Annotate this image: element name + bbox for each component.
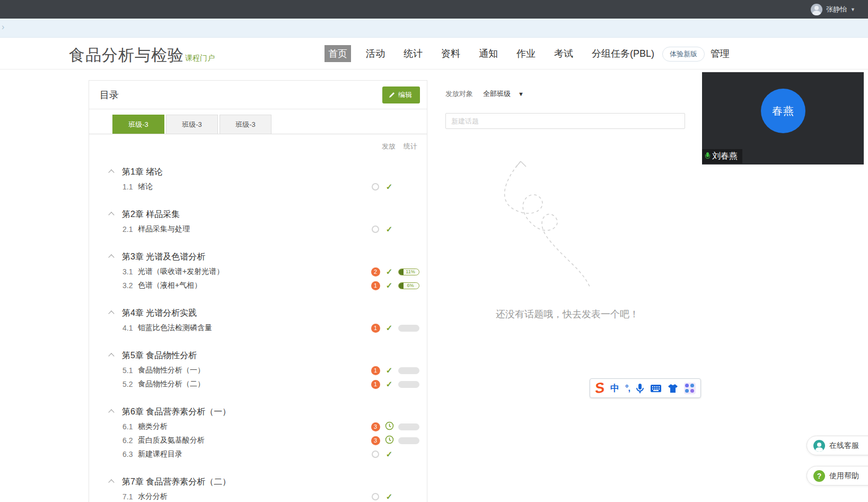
unpublished-count-badge[interactable]: 3 bbox=[371, 436, 380, 445]
collapse-caret-icon[interactable] bbox=[108, 212, 114, 218]
nav-item[interactable]: 考试 bbox=[550, 45, 577, 62]
section-row: 6.1糖类分析3 bbox=[89, 420, 427, 434]
chapter-row[interactable]: 第4章 光谱分析实践 bbox=[89, 305, 427, 321]
catalog-header: 目录 编辑 bbox=[89, 81, 427, 109]
section-title[interactable]: 色谱（液相+气相） bbox=[138, 281, 201, 290]
publish-slot: 1 bbox=[371, 366, 380, 375]
keyboard-icon[interactable] bbox=[650, 384, 662, 393]
publish-slot bbox=[371, 451, 380, 458]
collapse-caret-icon[interactable] bbox=[108, 254, 114, 260]
section-number: 4.1 bbox=[122, 324, 133, 332]
nav-item[interactable]: 活动 bbox=[362, 45, 389, 62]
class-tab[interactable]: 班级-3 bbox=[112, 115, 164, 134]
collapse-caret-icon[interactable] bbox=[108, 169, 114, 175]
section-number: 3.1 bbox=[122, 267, 133, 276]
nav-item[interactable]: 统计 bbox=[400, 45, 426, 62]
sogou-logo-icon[interactable]: S bbox=[594, 380, 606, 396]
check-icon[interactable]: ✓ bbox=[386, 449, 393, 459]
publish-circle-icon[interactable] bbox=[372, 226, 379, 233]
section-title[interactable]: 糖类分析 bbox=[138, 422, 168, 431]
skin-icon[interactable] bbox=[668, 384, 678, 393]
class-filter-value[interactable]: 全部班级 bbox=[483, 89, 511, 99]
customer-service-button[interactable]: 在线客服 bbox=[806, 436, 868, 455]
clock-icon[interactable] bbox=[385, 435, 394, 446]
unpublished-count-badge[interactable]: 1 bbox=[371, 366, 380, 375]
section-title[interactable]: 新建课程目录 bbox=[138, 449, 182, 459]
user-menu[interactable]: 张静怡 ▼ bbox=[811, 4, 855, 15]
chinese-mode-icon[interactable]: 中 bbox=[610, 382, 619, 394]
check-icon[interactable]: ✓ bbox=[386, 182, 393, 192]
chapter-row[interactable]: 第1章 绪论 bbox=[89, 164, 427, 180]
chevron-down-icon[interactable]: ▼ bbox=[518, 91, 524, 97]
section-title[interactable]: 光谱（吸收谱+发射光谱） bbox=[138, 267, 224, 276]
unpublished-count-badge[interactable]: 1 bbox=[371, 380, 380, 389]
section-title[interactable]: 水分分析 bbox=[138, 492, 168, 501]
nav-item[interactable]: 首页 bbox=[325, 45, 351, 62]
unpublished-count-badge[interactable]: 1 bbox=[371, 324, 380, 333]
chapter-row[interactable]: 第2章 样品采集 bbox=[89, 206, 427, 222]
chapter-block: 第1章 绪论1.1绪论✓ bbox=[89, 164, 427, 194]
nav-item[interactable]: 分组任务(PBL) bbox=[588, 45, 658, 62]
check-icon[interactable]: ✓ bbox=[386, 366, 393, 375]
page-title: 食品分析与检验课程门户 bbox=[69, 45, 215, 66]
section-number: 3.2 bbox=[122, 281, 133, 290]
unpublished-count-badge[interactable]: 3 bbox=[371, 422, 380, 431]
check-icon[interactable]: ✓ bbox=[386, 492, 393, 501]
check-icon[interactable]: ✓ bbox=[386, 267, 393, 276]
column-publish: 发放 bbox=[382, 142, 396, 151]
progress-pill: 11% bbox=[398, 269, 419, 275]
voice-input-icon[interactable] bbox=[636, 383, 644, 394]
nav-item[interactable]: 作业 bbox=[513, 45, 539, 62]
section-title[interactable]: 食品物性分析（二） bbox=[138, 379, 205, 389]
collapse-caret-icon[interactable] bbox=[108, 409, 114, 415]
catalog-panel: 目录 编辑 班级-3班级-3班级-3 发放 统计 第1章 绪论1.1绪论✓第2章… bbox=[89, 80, 427, 502]
nav-item[interactable]: 通知 bbox=[475, 45, 502, 62]
chapter-row[interactable]: 第3章 光谱及色谱分析 bbox=[89, 249, 427, 265]
unpublished-count-badge[interactable]: 2 bbox=[371, 267, 380, 276]
stats-slot: ✓ bbox=[384, 366, 394, 375]
check-icon[interactable]: ✓ bbox=[386, 281, 393, 290]
column-stats: 统计 bbox=[404, 142, 417, 151]
check-icon[interactable]: ✓ bbox=[386, 224, 393, 234]
status-cluster: 1✓ bbox=[371, 379, 419, 389]
clock-icon[interactable] bbox=[385, 421, 394, 432]
check-icon[interactable]: ✓ bbox=[386, 379, 393, 389]
publish-circle-icon[interactable] bbox=[372, 493, 379, 500]
section-title[interactable]: 样品采集与处理 bbox=[138, 224, 190, 234]
toolbox-icon[interactable] bbox=[684, 383, 696, 394]
nav-item[interactable]: 管理 bbox=[707, 45, 733, 62]
publish-circle-icon[interactable] bbox=[372, 183, 379, 191]
unpublished-count-badge[interactable]: 1 bbox=[371, 281, 380, 290]
section-title[interactable]: 食品物性分析（一） bbox=[138, 366, 205, 375]
section-title[interactable]: 绪论 bbox=[138, 182, 153, 192]
video-overlay[interactable]: 春燕 刘春燕 bbox=[702, 72, 864, 165]
help-button[interactable]: ? 使用帮助 bbox=[806, 466, 868, 486]
collapse-caret-icon[interactable] bbox=[108, 310, 114, 316]
nav-item[interactable]: 资料 bbox=[437, 45, 464, 62]
publish-slot bbox=[371, 183, 380, 191]
chapter-row[interactable]: 第7章 食品营养素分析（二） bbox=[89, 474, 427, 490]
class-tab[interactable]: 班级-3 bbox=[220, 115, 271, 134]
chapter-row[interactable]: 第6章 食品营养素分析（一） bbox=[89, 404, 427, 420]
new-version-badge[interactable]: 体验新版 bbox=[662, 47, 705, 62]
headset-person-icon bbox=[813, 440, 825, 452]
new-topic-input[interactable] bbox=[445, 113, 685, 129]
collapse-caret-icon[interactable] bbox=[108, 479, 114, 485]
check-icon[interactable]: ✓ bbox=[386, 323, 393, 333]
stats-slot: ✓ bbox=[384, 492, 394, 501]
section-title[interactable]: 蛋白质及氨基酸分析 bbox=[138, 436, 205, 445]
progress-pill-empty bbox=[398, 423, 419, 430]
section-number: 7.1 bbox=[122, 492, 133, 501]
expand-chevron-icon[interactable]: › bbox=[2, 22, 4, 32]
section-title[interactable]: 钼蓝比色法检测磷含量 bbox=[138, 323, 212, 333]
chapter-row[interactable]: 第5章 食品物性分析 bbox=[89, 348, 427, 363]
publish-circle-icon[interactable] bbox=[372, 451, 379, 458]
chapter-list: 第1章 绪论1.1绪论✓第2章 样品采集2.1样品采集与处理✓第3章 光谱及色谱… bbox=[89, 164, 427, 502]
punctuation-icon[interactable]: °, bbox=[625, 384, 630, 393]
status-cluster: 3 bbox=[371, 421, 419, 432]
section-row: 7.1水分分析✓ bbox=[89, 490, 427, 502]
collapse-caret-icon[interactable] bbox=[108, 353, 114, 359]
class-tab[interactable]: 班级-3 bbox=[166, 115, 218, 134]
edit-button[interactable]: 编辑 bbox=[382, 86, 420, 103]
chapter-title: 第7章 食品营养素分析（二） bbox=[122, 477, 231, 488]
